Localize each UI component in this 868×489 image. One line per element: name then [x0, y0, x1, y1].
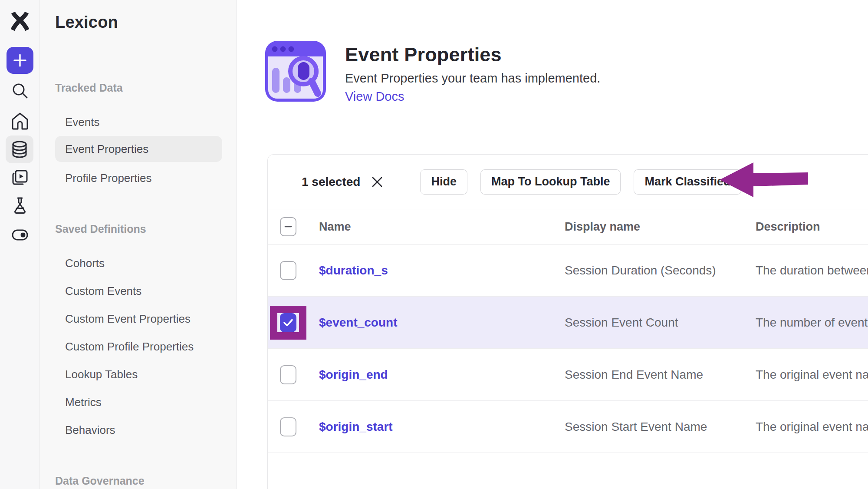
- property-description: The original event nam: [756, 368, 868, 382]
- property-description: The original event nam: [756, 420, 868, 434]
- hide-button[interactable]: Hide: [420, 169, 467, 195]
- mixpanel-logo[interactable]: [10, 10, 30, 32]
- sidebar-item-behaviors[interactable]: Behaviors: [65, 423, 115, 436]
- search-icon[interactable]: [11, 82, 29, 100]
- row-checkbox-checked[interactable]: [280, 313, 296, 332]
- boards-video-icon[interactable]: [12, 169, 28, 186]
- section-header-saved-definitions: Saved Definitions: [55, 223, 146, 235]
- table-row-selected: $event_count Session Event Count The num…: [268, 297, 868, 349]
- table-row: $origin_start Session Start Event Name T…: [268, 401, 868, 453]
- column-header-description: Description: [756, 220, 820, 234]
- selection-toolbar: 1 selected Hide Map To Lookup Table Mark…: [268, 155, 868, 209]
- lexicon-data-icon-active[interactable]: [6, 135, 33, 163]
- row-checkbox[interactable]: [280, 417, 296, 436]
- section-header-data-governance: Data Governance: [55, 475, 145, 487]
- map-to-lookup-table-button[interactable]: Map To Lookup Table: [480, 169, 621, 195]
- lexicon-sidebar: Lexicon Tracked Data Events Event Proper…: [40, 0, 237, 489]
- property-name-link[interactable]: $origin_end: [319, 368, 388, 382]
- property-display-name: Session End Event Name: [565, 368, 703, 382]
- clear-selection-icon[interactable]: [372, 176, 383, 188]
- create-new-button[interactable]: [7, 47, 33, 74]
- property-display-name: Session Duration (Seconds): [565, 264, 716, 278]
- table-row: $duration_s Session Duration (Seconds) T…: [268, 244, 868, 297]
- section-header-tracked-data: Tracked Data: [55, 82, 123, 94]
- sidebar-item-label: Event Properties: [65, 142, 148, 156]
- property-display-name: Session Start Event Name: [565, 420, 707, 434]
- sidebar-item-lookup-tables[interactable]: Lookup Tables: [65, 368, 138, 381]
- sidebar-item-cohorts[interactable]: Cohorts: [65, 257, 105, 270]
- select-all-checkbox-indeterminate[interactable]: [280, 217, 296, 236]
- sidebar-item-custom-events[interactable]: Custom Events: [65, 284, 141, 297]
- property-description: The number of events: [756, 316, 868, 330]
- sidebar-title: Lexicon: [55, 13, 118, 32]
- selected-count-label: 1 selected: [302, 175, 360, 189]
- sidebar-item-metrics[interactable]: Metrics: [65, 396, 102, 409]
- property-name-link[interactable]: $origin_start: [319, 420, 393, 434]
- sidebar-item-custom-event-properties[interactable]: Custom Event Properties: [65, 312, 191, 325]
- icon-rail: [0, 0, 40, 489]
- property-name-link[interactable]: $duration_s: [319, 264, 388, 278]
- event-properties-table-card: 1 selected Hide Map To Lookup Table Mark…: [267, 154, 868, 489]
- mark-classified-button[interactable]: Mark Classified: [634, 169, 741, 195]
- property-description: The duration between: [756, 264, 868, 278]
- experiments-flask-icon[interactable]: [12, 196, 28, 214]
- page-subtitle: Event Properties your team has implement…: [345, 71, 600, 86]
- property-name-link[interactable]: $event_count: [319, 316, 398, 330]
- feature-toggle-icon[interactable]: [12, 228, 28, 241]
- property-display-name: Session Event Count: [565, 316, 678, 330]
- sidebar-item-events[interactable]: Events: [65, 116, 100, 129]
- sidebar-item-custom-profile-properties[interactable]: Custom Profile Properties: [65, 340, 194, 353]
- sidebar-item-profile-properties[interactable]: Profile Properties: [65, 172, 151, 185]
- column-header-name: Name: [319, 220, 351, 234]
- page-title: Event Properties: [345, 43, 502, 66]
- event-properties-illustration-icon: [265, 41, 326, 102]
- row-checkbox[interactable]: [280, 261, 296, 280]
- home-icon[interactable]: [11, 112, 29, 130]
- sidebar-item-event-properties[interactable]: Event Properties: [55, 136, 222, 162]
- row-checkbox[interactable]: [280, 365, 296, 384]
- view-docs-link[interactable]: View Docs: [345, 89, 404, 104]
- toolbar-divider: [403, 172, 403, 192]
- table-row: $origin_end Session End Event Name The o…: [268, 349, 868, 401]
- table-header-row: Name Display name Description: [268, 209, 868, 244]
- column-header-display-name: Display name: [565, 220, 640, 234]
